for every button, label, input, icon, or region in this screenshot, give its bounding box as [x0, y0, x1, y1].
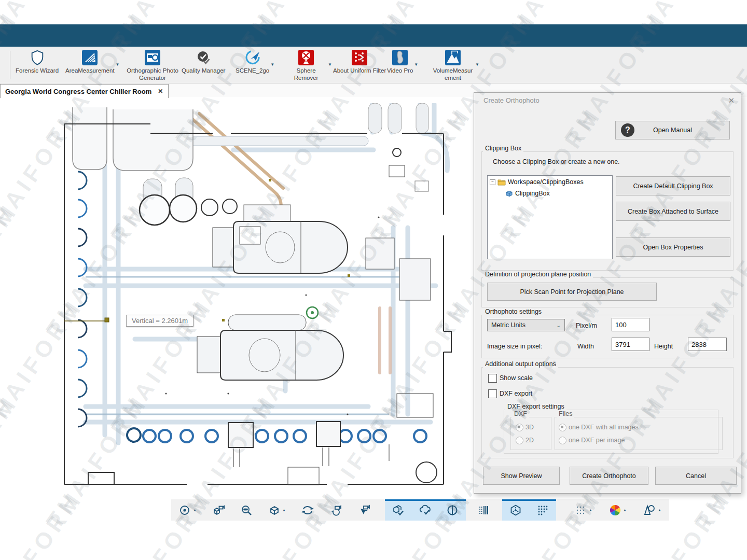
tree-expander-icon[interactable]: − [490, 179, 495, 185]
units-select[interactable]: Metric Units ⌄ [487, 319, 565, 331]
point-size-icon [575, 504, 587, 516]
split-view-toggle-button[interactable] [439, 499, 466, 521]
height-label: Height [654, 343, 673, 350]
point-density-button[interactable] [470, 499, 498, 521]
dxf-2d-radio[interactable] [516, 437, 523, 444]
dxf-export-checkbox[interactable] [488, 389, 497, 398]
open-manual-label: Open Manual [653, 127, 692, 134]
toolbar-item-forensic-wizard[interactable]: Forensic Wizard [16, 49, 65, 75]
toolbar-item-area-measurement[interactable]: AreaMeasurement ▼ [65, 49, 123, 75]
open-manual-button[interactable]: ? Open Manual [615, 121, 730, 139]
pick-view-icon [357, 504, 370, 516]
tree-item-label: Workspace/ClippingBoxes [508, 178, 584, 186]
toolbar-item-quality-manager[interactable]: Quality Manager [182, 49, 236, 75]
pick-view-button[interactable] [350, 499, 378, 521]
examine-camera-button[interactable] [204, 499, 232, 521]
toolbar-item-sphere-remover[interactable]: Sphere Remover ▼ [285, 49, 333, 82]
projection-plane-group-label: Definition of projection plane position [483, 271, 593, 278]
tree-item-clippingbox[interactable]: ClippingBox [488, 188, 612, 199]
quality-manager-icon [195, 49, 212, 66]
rotate-view-icon [301, 504, 314, 516]
uniform-filter-icon [351, 49, 368, 66]
dropdown-arrow-icon[interactable]: ▼ [270, 62, 274, 67]
dropdown-arrow-icon[interactable]: ▲ [623, 508, 627, 512]
point-grid-toggle-icon [536, 504, 549, 516]
view-cube-button[interactable]: ▲ [260, 499, 294, 521]
toolbar-item-volume-measurement[interactable]: VolumeMeasurement ▼ [432, 49, 483, 82]
point-size-button[interactable]: ▲ [566, 499, 601, 521]
shape-fit-icon [643, 504, 656, 516]
rotate-view-button[interactable] [294, 499, 322, 521]
point-grid-toggle-button[interactable] [529, 499, 556, 521]
video-pro-icon [392, 49, 408, 66]
one-dxf-all-images-radio[interactable] [559, 424, 566, 431]
clipping-box-group-label: Clipping Box [483, 145, 523, 152]
one-dxf-per-image-radio[interactable] [559, 437, 566, 444]
dialog-close-icon[interactable]: ✕ [728, 96, 735, 105]
zoom-icon [240, 504, 253, 516]
create-orthophoto-button[interactable]: Create Orthophoto [570, 467, 648, 485]
dropdown-arrow-icon[interactable]: ▲ [193, 508, 197, 512]
dxf-subgroup [510, 417, 551, 450]
toolbar-item-video-pro[interactable]: Video Pro ▼ [387, 49, 432, 75]
toolbar-separator [10, 51, 10, 79]
help-icon: ? [621, 123, 634, 137]
clipping-boxes-toggle-button[interactable] [385, 499, 412, 521]
tree-item-workspace[interactable]: − Workspace/ClippingBoxes [488, 177, 612, 187]
orthophoto-settings-group-label: Orthophoto settings [483, 308, 544, 315]
show-scale-label: Show scale [500, 374, 533, 382]
view-toolbar: ▲ ▲ [171, 499, 669, 521]
dxf-3d-label: 3D [525, 424, 534, 431]
color-mode-icon [609, 504, 621, 516]
output-options-group-label: Additional output options [483, 360, 558, 368]
create-box-attached-to-surface-button[interactable]: Create Box Attached to Surface [616, 202, 730, 221]
units-selected-value: Metric Units [491, 321, 525, 329]
one-dxf-all-images-label: one DXF with all images [569, 424, 639, 431]
point-cloud-plan [57, 103, 454, 491]
reset-view-button[interactable] [322, 499, 350, 521]
pick-scan-point-button[interactable]: Pick Scan Point for Projection Plane [487, 283, 657, 301]
dropdown-arrow-icon[interactable]: ▼ [414, 62, 418, 67]
view-point-button[interactable]: ▲ [171, 499, 204, 521]
reset-view-icon [329, 504, 342, 516]
point-cloud-toggle-button[interactable] [412, 499, 439, 521]
dropdown-arrow-icon[interactable]: ▼ [475, 62, 479, 67]
clipping-box-tree[interactable]: − Workspace/ClippingBoxes ClippingBox [487, 175, 613, 259]
pixel-per-m-input[interactable] [612, 318, 649, 331]
width-input[interactable] [612, 338, 649, 351]
toolbar-item-about-uniform-filter[interactable]: About Uniform Filter [333, 49, 387, 75]
orthophoto-generator-icon [144, 49, 161, 66]
open-box-properties-button[interactable]: Open Box Properties [616, 237, 730, 257]
width-label: Width [577, 343, 594, 350]
color-mode-button[interactable]: ▲ [601, 499, 635, 521]
clipping-boxes-toggle-icon [392, 504, 405, 516]
point-cloud-toggle-icon [419, 504, 432, 516]
height-input[interactable] [688, 338, 727, 351]
dropdown-arrow-icon[interactable]: ▲ [589, 508, 592, 512]
toolbar-item-orthographic-photo-generator[interactable]: Orthographic Photo Generator [123, 49, 182, 82]
scene-2go-icon [244, 49, 261, 66]
one-dxf-per-image-label: one DXF per image [569, 437, 625, 444]
measurement-tooltip: Vertical = 2.2601m [126, 315, 193, 327]
show-preview-button[interactable]: Show Preview [483, 467, 560, 485]
axes-box-toggle-icon [509, 504, 522, 516]
folder-icon [497, 179, 506, 186]
sphere-remover-icon [298, 49, 314, 66]
cancel-button[interactable]: Cancel [655, 467, 737, 485]
dropdown-arrow-icon[interactable]: ▼ [116, 62, 120, 67]
document-tab[interactable]: Georgia World Congress Center Chiller Ro… [0, 84, 169, 98]
app-header-bar [0, 24, 747, 47]
dropdown-arrow-icon[interactable]: ▲ [658, 508, 661, 512]
dxf-export-label: DXF export [500, 390, 532, 397]
show-scale-checkbox[interactable] [488, 374, 497, 383]
dialog-title: Create Orthophoto [483, 96, 540, 104]
zoom-button[interactable] [232, 499, 260, 521]
shape-fit-button[interactable]: ▲ [635, 499, 669, 521]
dropdown-arrow-icon[interactable]: ▲ [282, 508, 286, 512]
dropdown-arrow-icon[interactable]: ▼ [328, 62, 332, 67]
dxf-3d-radio[interactable] [516, 424, 523, 431]
toolbar-item-scene-2go[interactable]: SCENE_2go ▼ [236, 49, 285, 75]
axes-box-toggle-button[interactable] [502, 499, 529, 521]
create-default-clipping-box-button[interactable]: Create Default Clipping Box [616, 176, 730, 195]
tab-close-icon[interactable]: ✕ [158, 88, 163, 95]
